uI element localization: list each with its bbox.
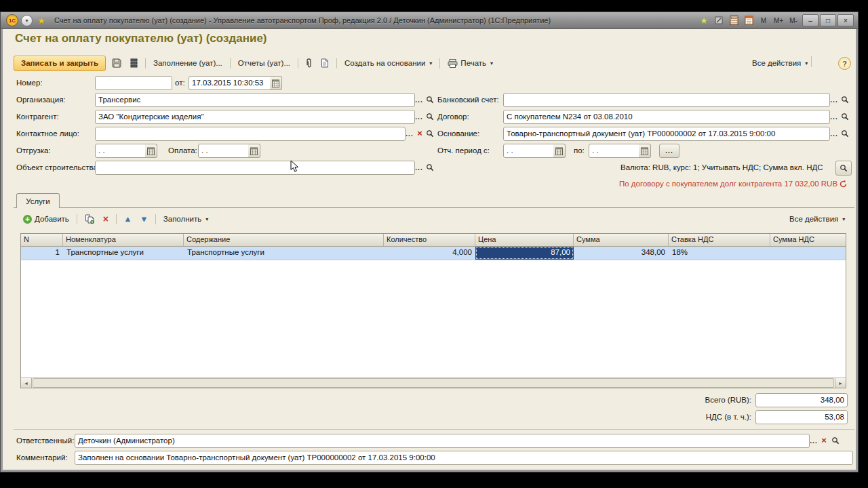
- chevron-down-icon: ▾: [205, 216, 208, 222]
- create-based-on-button[interactable]: Создать на основании ▾: [342, 56, 435, 70]
- scroll-left-button[interactable]: ◄: [21, 378, 32, 388]
- horizontal-scrollbar[interactable]: ◄ ►: [21, 378, 846, 388]
- construction-open-button[interactable]: [425, 162, 435, 173]
- construction-select-button[interactable]: ...: [414, 162, 425, 173]
- calendar-icon[interactable]: [743, 14, 755, 26]
- link-icon[interactable]: [713, 14, 725, 26]
- reports-uat-button[interactable]: Отчеты (уат)...: [235, 56, 293, 70]
- organization-select-button[interactable]: ...: [414, 94, 425, 105]
- contract-select-button[interactable]: ...: [829, 111, 840, 122]
- period-from-input[interactable]: . .: [503, 144, 555, 158]
- fill-uat-button[interactable]: Заполнение (уат)...: [151, 56, 225, 70]
- mouse-cursor: [290, 160, 299, 173]
- all-actions-button[interactable]: Все действия ▾: [749, 56, 810, 70]
- bank-account-input[interactable]: [503, 93, 830, 107]
- responsible-input[interactable]: Деточкин (Администратор): [75, 434, 810, 448]
- save-button[interactable]: [109, 56, 124, 70]
- add-favorite-icon[interactable]: ★: [698, 14, 710, 26]
- tab-services[interactable]: Услуги: [16, 193, 60, 208]
- cell-vat-rate[interactable]: 18%: [669, 247, 770, 260]
- refresh-debt-button[interactable]: [837, 178, 849, 190]
- cell-quantity[interactable]: 4,000: [384, 247, 475, 260]
- close-button[interactable]: ×: [837, 14, 854, 26]
- comment-input[interactable]: Заполнен на основании Товарно-транспортн…: [75, 451, 853, 465]
- date-calendar-button[interactable]: [270, 76, 282, 90]
- fill-uat-label: Заполнение (уат)...: [153, 59, 222, 67]
- fill-table-button[interactable]: Заполнить ▾: [161, 212, 211, 226]
- magnifier-icon: [841, 113, 849, 121]
- favorites-star-icon[interactable]: ★: [35, 14, 47, 26]
- contragent-input[interactable]: ЗАО "Кондитерские изделия": [95, 110, 415, 124]
- construction-object-input[interactable]: [95, 161, 415, 175]
- contact-open-button[interactable]: [425, 128, 435, 139]
- minimize-button[interactable]: –: [802, 14, 818, 26]
- cell-price-editing[interactable]: 87,00: [475, 247, 574, 260]
- cell-nomenclature[interactable]: Транспортные услуги: [63, 247, 184, 260]
- cell-sum[interactable]: 348,00: [574, 247, 669, 260]
- column-header-sum[interactable]: Сумма: [574, 234, 669, 246]
- move-row-up-button[interactable]: ▲: [121, 212, 134, 226]
- add-row-button[interactable]: + Добавить: [20, 212, 72, 226]
- shipment-calendar-button[interactable]: [145, 144, 157, 158]
- cell-vat-sum[interactable]: [770, 247, 846, 260]
- period-from-calendar-button[interactable]: [553, 144, 566, 158]
- payment-date-input[interactable]: . .: [198, 144, 250, 158]
- memory-m-plus-button[interactable]: М+: [772, 14, 785, 26]
- cell-content[interactable]: Транспортные услуги: [184, 247, 384, 260]
- column-header-content[interactable]: Содержание: [184, 234, 384, 246]
- table-row[interactable]: 1 Транспортные услуги Транспортные услуг…: [21, 247, 846, 260]
- organization-input[interactable]: Трансервис: [95, 93, 415, 107]
- responsible-select-button[interactable]: ...: [808, 435, 819, 446]
- cell-n[interactable]: 1: [21, 247, 63, 260]
- table-all-actions-button[interactable]: Все действия ▾: [787, 212, 848, 226]
- period-to-calendar-button[interactable]: [639, 144, 651, 158]
- contract-open-button[interactable]: [840, 111, 850, 122]
- maximize-button[interactable]: □: [820, 14, 836, 26]
- memory-m-button[interactable]: М: [757, 14, 770, 26]
- delete-row-button[interactable]: ×: [100, 212, 111, 226]
- basis-select-button[interactable]: ...: [829, 128, 840, 139]
- attachments-button[interactable]: [303, 56, 315, 70]
- basis-input[interactable]: Товарно-транспортный документ (уат) ТР00…: [503, 127, 830, 141]
- responsible-clear-button[interactable]: ×: [819, 434, 829, 445]
- column-header-vat-sum[interactable]: Сумма НДС: [770, 234, 846, 246]
- column-header-quantity[interactable]: Количество: [384, 234, 475, 246]
- number-input[interactable]: [95, 76, 172, 90]
- shipment-date-input[interactable]: . .: [95, 144, 146, 158]
- contact-person-input[interactable]: [95, 127, 406, 141]
- currency-settings-button[interactable]: [835, 161, 852, 176]
- toolbar-separator: [336, 58, 337, 68]
- calculator-icon[interactable]: [728, 14, 740, 26]
- date-input[interactable]: 17.03.2015 10:30:53: [189, 76, 271, 90]
- column-header-nomenclature[interactable]: Номенклатура: [63, 234, 184, 246]
- 1c-logo-icon: 1С: [6, 14, 18, 26]
- memory-m-minus-button[interactable]: М-: [787, 14, 800, 26]
- scrollbar-thumb[interactable]: [33, 378, 834, 388]
- copy-row-button[interactable]: [82, 212, 97, 226]
- basis-open-button[interactable]: [840, 128, 850, 139]
- column-header-n[interactable]: N: [21, 234, 63, 246]
- payment-calendar-button[interactable]: [248, 144, 260, 158]
- contact-select-button[interactable]: ...: [404, 128, 415, 139]
- contragent-select-button[interactable]: ...: [414, 111, 425, 122]
- bank-select-button[interactable]: ...: [829, 94, 840, 105]
- organization-open-button[interactable]: [425, 94, 435, 105]
- system-menu-button[interactable]: ▾: [21, 15, 33, 26]
- help-button[interactable]: ?: [838, 57, 851, 70]
- edit-document-button[interactable]: [318, 56, 332, 70]
- scroll-right-button[interactable]: ►: [835, 378, 846, 388]
- save-and-close-button[interactable]: Записать и закрыть: [14, 56, 106, 71]
- column-header-price[interactable]: Цена: [475, 234, 574, 246]
- print-button[interactable]: Печать ▾: [445, 56, 496, 70]
- register-icon: [130, 58, 138, 68]
- column-header-vat-rate[interactable]: Ставка НДС: [669, 234, 770, 246]
- period-more-button[interactable]: ...: [659, 144, 679, 158]
- period-to-input[interactable]: . .: [589, 144, 640, 158]
- move-row-down-button[interactable]: ▼: [138, 212, 151, 226]
- bank-open-button[interactable]: [840, 94, 850, 105]
- contragent-open-button[interactable]: [425, 111, 435, 122]
- contract-input[interactable]: С покупателем N234 от 03.08.2010: [503, 110, 830, 124]
- post-register-button[interactable]: [127, 56, 140, 70]
- contact-clear-button[interactable]: ×: [415, 127, 425, 138]
- responsible-open-button[interactable]: [830, 435, 841, 446]
